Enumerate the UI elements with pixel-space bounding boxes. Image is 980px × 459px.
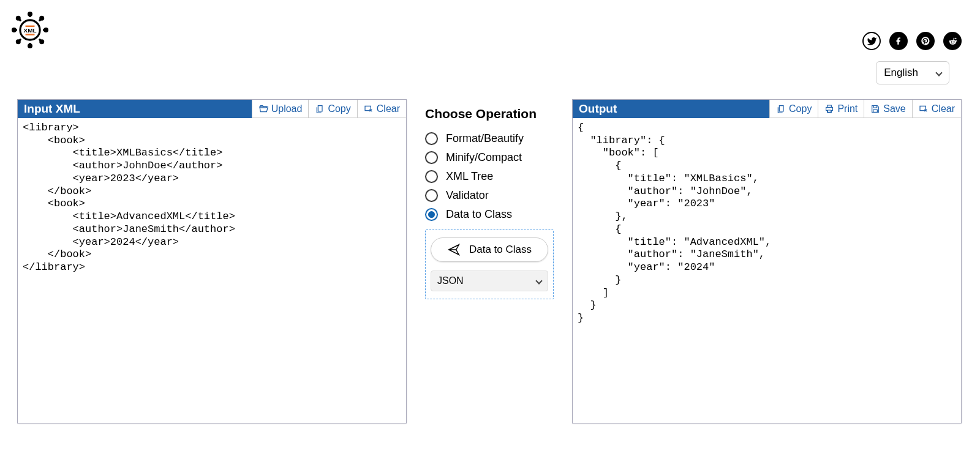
- input-panel: Input XML Upload Copy Clear <library> <b…: [17, 99, 407, 424]
- operations-panel: Choose Operation Format/Beautify Minify/…: [425, 99, 554, 424]
- upload-button[interactable]: Upload: [252, 100, 309, 118]
- input-content[interactable]: <library> <book> <title>XMLBasics</title…: [18, 118, 406, 423]
- radio-icon: [425, 170, 438, 183]
- action-box: Data to Class JSON: [425, 230, 554, 299]
- op-dataclass[interactable]: Data to Class: [425, 208, 554, 221]
- logo[interactable]: XML: [11, 11, 49, 51]
- input-clear-button[interactable]: Clear: [357, 100, 406, 118]
- send-icon: [447, 243, 461, 256]
- svg-point-14: [40, 40, 43, 43]
- chevron-down-icon: [535, 277, 542, 284]
- output-panel: Output Copy Print Save Clear { "library"…: [572, 99, 962, 424]
- svg-point-15: [40, 17, 43, 20]
- radio-icon-selected: [425, 208, 438, 221]
- clear-icon: [364, 104, 374, 114]
- radio-icon: [425, 132, 438, 145]
- folder-open-icon: [258, 104, 268, 114]
- save-button[interactable]: Save: [864, 100, 911, 118]
- clear-icon: [919, 104, 929, 114]
- op-format[interactable]: Format/Beautify: [425, 132, 554, 145]
- run-action-button[interactable]: Data to Class: [431, 237, 548, 262]
- language-label: English: [884, 67, 918, 79]
- output-title: Output: [573, 100, 769, 118]
- svg-point-13: [17, 17, 20, 20]
- facebook-icon[interactable]: [889, 32, 908, 50]
- twitter-icon[interactable]: [862, 32, 881, 50]
- operations-heading: Choose Operation: [425, 106, 554, 121]
- copy-icon: [315, 104, 325, 114]
- svg-text:XML: XML: [24, 27, 37, 34]
- language-select[interactable]: English: [876, 61, 949, 84]
- radio-icon: [425, 151, 438, 164]
- input-title: Input XML: [18, 100, 252, 118]
- svg-point-11: [12, 29, 15, 32]
- print-button[interactable]: Print: [818, 100, 864, 118]
- op-tree[interactable]: XML Tree: [425, 170, 554, 183]
- input-copy-button[interactable]: Copy: [308, 100, 356, 118]
- svg-point-16: [17, 40, 20, 43]
- format-select[interactable]: JSON: [431, 271, 548, 291]
- save-icon: [870, 104, 880, 114]
- op-minify[interactable]: Minify/Compact: [425, 151, 554, 164]
- output-content[interactable]: { "library": { "book": [ { "title": "XML…: [573, 118, 961, 423]
- chevron-down-icon: [935, 69, 942, 76]
- pinterest-icon[interactable]: [916, 32, 935, 50]
- reddit-icon[interactable]: [943, 32, 962, 50]
- svg-point-10: [29, 45, 32, 48]
- svg-point-12: [45, 29, 48, 32]
- radio-icon: [425, 189, 438, 202]
- op-validator[interactable]: Validator: [425, 189, 554, 202]
- copy-icon: [776, 104, 786, 114]
- output-clear-button[interactable]: Clear: [912, 100, 961, 118]
- output-copy-button[interactable]: Copy: [769, 100, 818, 118]
- svg-point-9: [29, 12, 32, 15]
- print-icon: [824, 104, 834, 114]
